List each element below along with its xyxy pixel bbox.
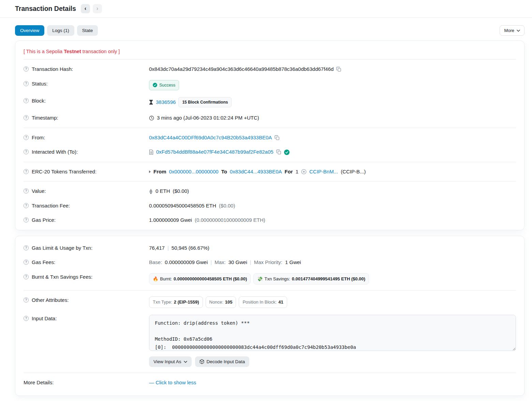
money-wings-icon: 💸 xyxy=(257,276,263,282)
max-fee-label: Max: xyxy=(215,259,226,266)
notice-suffix: transaction only ] xyxy=(81,49,120,54)
tab-state[interactable]: State xyxy=(77,25,98,36)
help-icon[interactable]: ? xyxy=(24,135,29,140)
next-transaction-button[interactable]: › xyxy=(93,4,102,13)
row-gas-price: ? Gas Price: 1.000000009 Gwei (0.0000000… xyxy=(24,213,516,228)
tab-logs[interactable]: Logs (1) xyxy=(47,25,74,36)
chevron-left-icon: ‹ xyxy=(85,5,86,12)
nonce-label: Nonce: xyxy=(209,299,223,306)
clock-icon xyxy=(149,115,154,121)
help-icon[interactable]: ? xyxy=(24,188,29,194)
help-icon[interactable]: ? xyxy=(24,149,29,154)
transaction-fee-label: Transaction Fee: xyxy=(32,202,70,210)
help-icon[interactable]: ? xyxy=(24,169,29,174)
copy-transaction-hash-button[interactable] xyxy=(336,67,341,72)
copy-from-address-button[interactable] xyxy=(275,135,280,140)
token-symbol: (CCIP-B...) xyxy=(341,168,366,176)
erc20-group: ? ERC-20 Tokens Transferred: From 0x0000… xyxy=(24,162,516,182)
burnt-value: 0.000000000000458505 ETH ($0.00) xyxy=(174,276,247,282)
burnt-savings-label: Burnt & Txn Savings Fees: xyxy=(32,273,92,281)
position-value: 41 xyxy=(278,299,283,306)
txn-type-value: 2 (EIP-1559) xyxy=(174,299,199,306)
gas-price-amount: 1.000000009 Gwei xyxy=(149,216,192,224)
more-details-label: More Details: xyxy=(24,379,54,387)
row-transaction-hash: ? Transaction Hash: 0x843dc70a4a29d79234… xyxy=(24,62,516,77)
nonce-value: 105 xyxy=(225,299,233,306)
testnet-notice: [ This is a Sepolia Testnet transaction … xyxy=(24,41,516,59)
gas-limit-label: Gas Limit & Usage by Txn: xyxy=(32,244,92,252)
txn-savings-badge: 💸 Txn Savings: 0.001477404999541495 ETH … xyxy=(253,273,369,285)
block-number-link[interactable]: 3836596 xyxy=(156,98,176,106)
txn-savings-label: Txn Savings: xyxy=(265,276,290,282)
separator: | xyxy=(167,244,169,252)
max-priority-value: 1 Gwei xyxy=(285,259,301,266)
transfer-from-address-link[interactable]: 0x000000...00000000 xyxy=(169,168,219,176)
cube-icon xyxy=(200,359,204,364)
input-data-label: Input Data: xyxy=(32,315,57,323)
burnt-label: Burnt: xyxy=(160,276,172,282)
separator: | xyxy=(210,259,212,266)
attributes-input-group: ? Other Attributes: Txn Type: 2 (EIP-155… xyxy=(24,291,516,373)
nonce-badge: Nonce: 105 xyxy=(206,296,236,308)
decode-input-data-button[interactable]: Decode Input Data xyxy=(195,356,250,367)
transfer-to-label: To xyxy=(221,168,227,176)
help-icon[interactable]: ? xyxy=(24,217,29,222)
notice-prefix: [ This is a Sepolia xyxy=(24,49,64,54)
chevron-right-icon: › xyxy=(97,5,98,12)
value-usd: ($0.00) xyxy=(173,187,189,195)
transfer-to-address-link[interactable]: 0x83dC44...4933BE0A xyxy=(230,168,282,176)
transfer-caret-icon xyxy=(149,170,151,173)
max-priority-label: Max Priority: xyxy=(254,259,282,266)
more-button[interactable]: More xyxy=(500,25,524,36)
gas-price-alt: (0.000000001000000009 ETH) xyxy=(195,216,265,224)
separator: | xyxy=(250,259,251,266)
txn-savings-value: 0.001477404999541495 ETH ($0.00) xyxy=(292,276,365,282)
input-data-actions: View Input As Decode Input Data xyxy=(149,356,516,367)
copy-icon xyxy=(275,135,280,140)
help-icon[interactable]: ? xyxy=(24,245,29,250)
row-gas-limit: ? Gas Limit & Usage by Txn: 76,417 | 50,… xyxy=(24,241,516,256)
tab-overview[interactable]: Overview xyxy=(15,25,44,36)
help-icon[interactable]: ? xyxy=(24,297,29,303)
row-more-details: More Details: — Click to show less xyxy=(24,375,516,390)
fire-icon: 🔥 xyxy=(153,276,158,282)
help-icon[interactable]: ? xyxy=(24,316,29,321)
base-fee-value: 0.000000009 Gwei xyxy=(165,259,208,266)
token-name-link[interactable]: CCIP-BnM... xyxy=(309,168,338,176)
contract-file-icon xyxy=(149,150,153,155)
chevron-down-icon xyxy=(184,361,187,363)
to-address-link[interactable]: 0xFd57b4ddBf88a4e07fF4e34C487b99af2Fe82a… xyxy=(156,148,274,156)
copy-to-address-button[interactable] xyxy=(276,150,281,155)
prev-transaction-button[interactable]: ‹ xyxy=(81,4,90,13)
row-from: ? From: 0x83dC44a4C00DFf69d0A0c7c94B20b5… xyxy=(24,130,516,145)
row-timestamp: ? Timestamp: 3 mins ago (Jul-06-2023 01:… xyxy=(24,111,516,125)
help-icon[interactable]: ? xyxy=(24,115,29,120)
eth-icon xyxy=(149,189,153,194)
row-value: ? Value: 0 ETH ($0.00) xyxy=(24,184,516,199)
max-fee-value: 30 Gwei xyxy=(228,259,247,266)
help-icon[interactable]: ? xyxy=(24,81,29,86)
help-icon[interactable]: ? xyxy=(24,260,29,265)
status-badge: Success xyxy=(149,80,179,91)
gas-fees-label: Gas Fees: xyxy=(32,259,55,266)
status-label: Status: xyxy=(32,80,48,88)
value-amount: 0 ETH xyxy=(156,187,170,195)
transaction-hash-label: Transaction Hash: xyxy=(32,65,73,73)
input-data-textarea[interactable]: Function: drip(address token) *** Method… xyxy=(149,315,516,351)
timestamp-label: Timestamp: xyxy=(32,114,58,122)
help-icon[interactable]: ? xyxy=(24,274,29,279)
help-icon[interactable]: ? xyxy=(24,98,29,103)
row-burnt-savings: ? Burnt & Txn Savings Fees: 🔥 Burnt: 0.0… xyxy=(24,270,516,288)
show-less-link[interactable]: — Click to show less xyxy=(149,379,196,387)
help-icon[interactable]: ? xyxy=(24,66,29,72)
gas-price-label: Gas Price: xyxy=(32,216,56,224)
position-in-block-badge: Position In Block: 41 xyxy=(239,296,287,308)
help-icon[interactable]: ? xyxy=(24,203,29,208)
view-input-as-button[interactable]: View Input As xyxy=(149,356,192,367)
gas-group: ? Gas Limit & Usage by Txn: 76,417 | 50,… xyxy=(24,236,516,291)
from-address-link[interactable]: 0x83dC44a4C00DFf69d0A0c7c94B20b53a4933BE… xyxy=(149,134,272,142)
position-label: Position In Block: xyxy=(242,299,277,306)
hourglass-icon xyxy=(149,100,153,105)
tabs-row: Overview Logs (1) State More xyxy=(15,25,524,36)
burnt-fee-badge: 🔥 Burnt: 0.000000000000458505 ETH ($0.00… xyxy=(149,273,251,285)
